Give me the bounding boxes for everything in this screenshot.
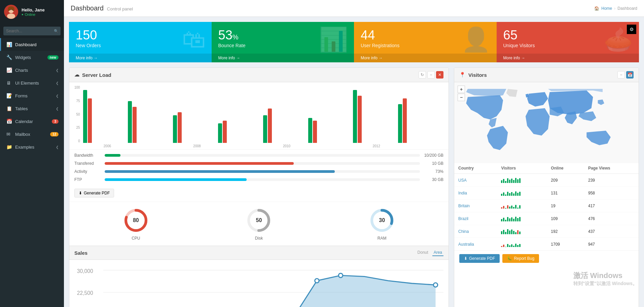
- chevron-icon: ❮: [56, 107, 59, 111]
- table-row: USA 209 239: [454, 174, 639, 187]
- gauges-row: 80 CPU 50 Disk 30 RAM: [69, 202, 449, 246]
- country-link[interactable]: India: [458, 191, 467, 195]
- country-cell: Brazil: [454, 212, 497, 225]
- topbar-title-area: Dashboard Control panel: [71, 4, 133, 12]
- stat-footer[interactable]: More info →: [212, 54, 354, 62]
- close-button[interactable]: ✕: [436, 71, 443, 79]
- sidebar-item-label: Dashboard: [15, 42, 59, 47]
- sidebar-item-widgets[interactable]: 🔧 Widgets new: [0, 51, 64, 64]
- stat-footer[interactable]: More info →: [69, 54, 212, 62]
- server-stat-value: 10/200 GB: [420, 153, 443, 158]
- stat-footer[interactable]: More info →: [497, 54, 639, 62]
- dashboard-icon: 📊: [6, 42, 12, 47]
- generate-pdf-button[interactable]: ⬇ Generate PDF: [74, 189, 114, 197]
- bar-group: [398, 98, 442, 143]
- minimize-visitors-button[interactable]: −: [617, 71, 625, 79]
- gear-icon[interactable]: ⚙: [627, 25, 636, 34]
- visitors-cell: [497, 174, 547, 187]
- sidebar-item-label: UI Elements: [15, 81, 56, 86]
- chevron-icon: ❮: [56, 81, 59, 85]
- sidebar-item-mailbox[interactable]: ✉ Mailbox 12: [0, 128, 64, 141]
- chevron-icon: ❮: [56, 145, 59, 149]
- server-stat-row: Bandwidth 10/200 GB: [74, 153, 443, 158]
- page-views-cell: 476: [584, 212, 639, 225]
- visitors-col-header: Visitors: [497, 163, 547, 174]
- visitors-panel-tools: − 📅: [617, 71, 634, 79]
- gauge-value: 50: [256, 217, 262, 223]
- area-tab[interactable]: Area: [432, 249, 443, 256]
- online-cell: 19: [547, 199, 584, 212]
- chart-x-labels: 2006200820102012: [81, 143, 443, 149]
- sparkbar: [501, 202, 521, 209]
- zoom-in-button[interactable]: +: [458, 86, 465, 93]
- world-map: + −: [454, 82, 639, 163]
- server-stat-bar-wrap: [105, 154, 420, 157]
- country-cell: USA: [454, 174, 497, 187]
- country-link[interactable]: USA: [458, 178, 467, 183]
- calendar-button[interactable]: 📅: [626, 71, 634, 79]
- bar-group: [83, 90, 127, 143]
- country-col-header: Country: [454, 163, 497, 174]
- zoom-out-button[interactable]: −: [458, 94, 465, 101]
- widgets-icon: 🔧: [6, 55, 12, 60]
- search-input[interactable]: [3, 27, 61, 35]
- country-link[interactable]: Britain: [458, 204, 470, 208]
- calendar-badge: 3: [52, 119, 59, 124]
- page-views-cell: 239: [584, 174, 639, 187]
- examples-icon: 📁: [6, 144, 12, 150]
- minimize-button[interactable]: −: [427, 71, 435, 79]
- gauge-value: 30: [379, 217, 385, 223]
- online-col-header: Online: [547, 163, 584, 174]
- gauge-disk: 50 Disk: [245, 207, 272, 241]
- sales-chart-area: 30,000 22,500 15,000 7,500: [69, 260, 449, 307]
- sidebar-item-dashboard[interactable]: 📊 Dashboard: [0, 38, 64, 51]
- visitors-cell: [497, 238, 547, 251]
- server-load-panel: ☁ Server Load ↻ − ✕ 100 75: [69, 67, 449, 307]
- report-bug-button[interactable]: 🐛 Report Bug: [502, 254, 539, 263]
- sidebar-item-tables[interactable]: 📋 Tables ❮: [0, 102, 64, 115]
- sidebar-item-examples[interactable]: 📁 Examples ❮: [0, 141, 64, 153]
- sidebar-user-info: Hello, Jane Online: [22, 7, 45, 17]
- gauge-circle: 80: [122, 207, 149, 234]
- generate-pdf-button[interactable]: ⬇ Generate PDF: [459, 254, 500, 263]
- server-stat-bar-wrap: [105, 162, 420, 165]
- map-svg: [457, 87, 636, 158]
- sidebar-item-forms[interactable]: 📝 Forms ❮: [0, 89, 64, 102]
- donut-tab[interactable]: Donut: [416, 249, 430, 256]
- svg-text:30,000: 30,000: [77, 268, 93, 274]
- country-cell: Australia: [454, 238, 497, 251]
- sidebar-username: Hello, Jane: [22, 7, 45, 12]
- sales-panel-header: Sales Donut Area: [69, 246, 449, 260]
- forms-icon: 📝: [6, 93, 12, 98]
- bar-red: [268, 109, 272, 143]
- gauge-ram: 30 RAM: [368, 207, 395, 241]
- sidebar-item-ui-elements[interactable]: 🖥 UI Elements ❮: [0, 76, 64, 89]
- visitors-cell: [497, 199, 547, 212]
- content-area: 150 New Orders 🛍 More info → 53% Bounce …: [64, 17, 644, 307]
- server-stat-row: FTP 30 GB: [74, 177, 443, 182]
- ui-elements-icon: 🖥: [6, 80, 12, 86]
- page-subtitle: Control panel: [107, 6, 133, 11]
- stat-footer[interactable]: More info →: [354, 54, 497, 62]
- bar-chart-section: 100 75 50 25 0 2006200820102012: [69, 82, 449, 149]
- sidebar-item-label: Mailbox: [15, 132, 50, 137]
- breadcrumb-home[interactable]: Home: [601, 6, 612, 11]
- sidebar-item-label: Examples: [15, 145, 56, 150]
- country-link[interactable]: Australia: [458, 242, 474, 247]
- bar-group: [353, 90, 397, 143]
- country-link[interactable]: China: [458, 229, 469, 234]
- server-stat-row: Activity 73%: [74, 169, 443, 174]
- country-link[interactable]: Brazil: [458, 216, 468, 221]
- refresh-button[interactable]: ↻: [419, 71, 426, 79]
- sales-panel-title: Sales: [74, 250, 87, 256]
- home-icon: 🏠: [594, 6, 599, 11]
- sidebar-online-status: Online: [22, 12, 45, 17]
- visitors-cell: [497, 225, 547, 238]
- sidebar-item-calendar[interactable]: 📅 Calendar 3: [0, 115, 64, 128]
- sidebar-item-charts[interactable]: 📈 Charts ❮: [0, 64, 64, 76]
- breadcrumb-separator: ›: [614, 6, 615, 11]
- visitors-panel: 📍 Visitors − 📅 + −: [454, 67, 639, 307]
- panel-tools: ↻ − ✕: [419, 71, 443, 79]
- two-col-section: ☁ Server Load ↻ − ✕ 100 75: [69, 67, 639, 307]
- sidebar: Hello, Jane Online 📊 Dashboard 🔧 Widgets…: [0, 0, 64, 307]
